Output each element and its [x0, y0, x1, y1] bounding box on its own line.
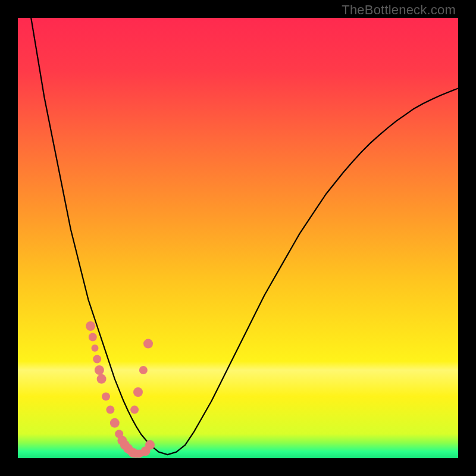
data-marker — [93, 355, 101, 364]
data-marker — [97, 374, 107, 384]
data-marker — [89, 333, 97, 342]
curve-layer — [18, 18, 458, 458]
bottleneck-curve — [31, 18, 458, 455]
data-marker — [139, 366, 148, 374]
data-marker — [130, 406, 139, 414]
plot-area — [18, 18, 458, 458]
chart-frame: TheBottleneck.com — [0, 0, 476, 476]
data-marker — [92, 345, 99, 352]
watermark-text: TheBottleneck.com — [342, 2, 456, 18]
data-marker — [110, 418, 120, 428]
data-marker — [95, 365, 104, 375]
data-marker — [86, 321, 95, 331]
data-marker — [145, 440, 155, 450]
data-marker — [143, 339, 153, 349]
data-marker — [102, 392, 110, 400]
data-marker — [106, 406, 114, 414]
data-marker — [133, 387, 143, 397]
